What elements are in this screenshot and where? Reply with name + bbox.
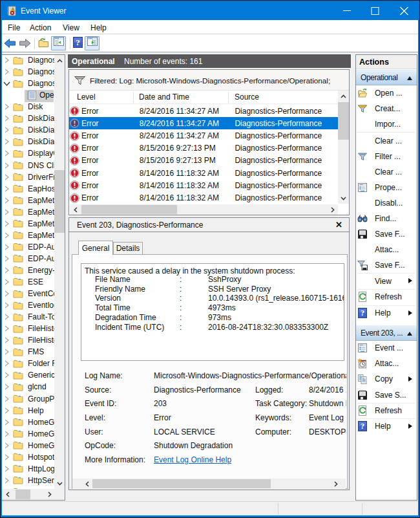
svg-text:?: ?	[361, 422, 364, 431]
svg-text:?: ?	[76, 38, 80, 47]
svg-text:?: ?	[361, 308, 364, 318]
